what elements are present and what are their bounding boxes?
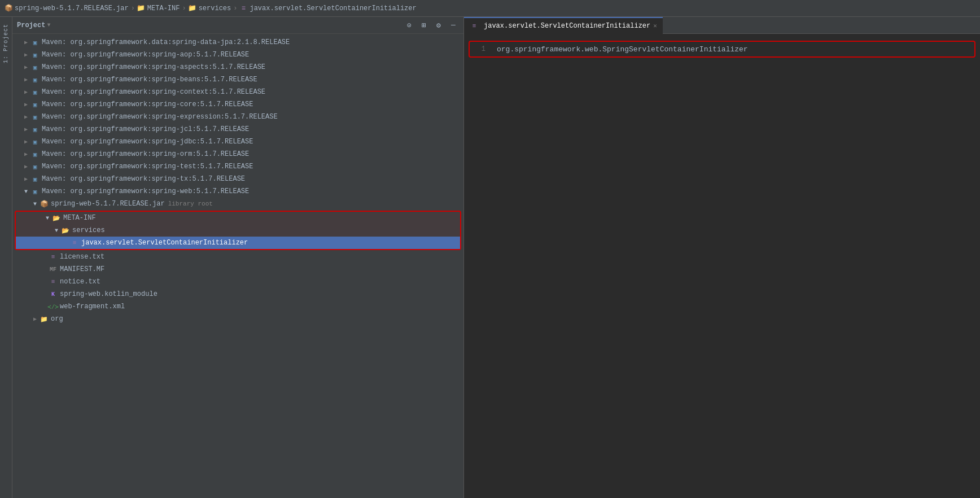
layout-icon[interactable]: ⊞	[418, 20, 430, 31]
tree-node-maven-core[interactable]: ▶ ▣ Maven: org.springframework:spring-co…	[12, 98, 463, 111]
expand-arrow[interactable]: ▶	[21, 126, 30, 133]
tree-node-notice[interactable]: ≡ notice.txt	[12, 276, 463, 288]
tree-node-maven-orm[interactable]: ▶ ▣ Maven: org.springframework:spring-or…	[12, 148, 463, 160]
tree-node-maven-beans[interactable]: ▶ ▣ Maven: org.springframework:spring-be…	[12, 73, 463, 86]
file-icon-initializer: ≡	[239, 5, 247, 12]
module-icon: ▣	[30, 162, 40, 171]
expand-arrow[interactable]: ▶	[21, 39, 30, 46]
tree-node-maven-expression[interactable]: ▶ ▣ Maven: org.springframework:spring-ex…	[12, 111, 463, 123]
tree-node-maven-aspects[interactable]: ▶ ▣ Maven: org.springframework:spring-as…	[12, 61, 463, 73]
folder-icon-meta: 📁	[137, 5, 145, 12]
tree-node-meta-inf[interactable]: ▼ 📂 META-INF	[16, 212, 460, 224]
toolbar-icons: ⊙ ⊞ ⚙ —	[404, 20, 459, 31]
text-file-icon-notice: ≡	[49, 277, 58, 286]
module-icon: ▣	[30, 38, 40, 47]
tree-node-servlet-initializer[interactable]: ≡ javax.servlet.ServletContainerInitiali…	[16, 237, 460, 249]
breadcrumb-bar: 📦 spring-web-5.1.7.RELEASE.jar › 📁 META-…	[0, 0, 980, 17]
breadcrumb-sep-2: ›	[182, 5, 186, 12]
folder-icon-services: 📁	[189, 5, 196, 12]
panel-toolbar: Project ▼ ⊙ ⊞ ⚙ —	[12, 17, 463, 34]
tree-node-services[interactable]: ▼ 📂 services	[16, 224, 460, 237]
breadcrumb-sep-1: ›	[131, 5, 135, 12]
module-icon: ▣	[30, 125, 40, 134]
folder-open-icon-meta: 📂	[52, 213, 61, 222]
expand-arrow-placeholder	[40, 254, 49, 260]
breadcrumb-item-initializer[interactable]: ≡ javax.servlet.ServletContainerInitiali…	[239, 5, 416, 12]
expand-arrow[interactable]: ▶	[21, 64, 30, 71]
scope-icon[interactable]: ⊙	[404, 20, 415, 31]
project-panel: Project ▼ ⊙ ⊞ ⚙ — ▶ ▣ Maven: org.springf…	[12, 17, 464, 498]
breadcrumb-item-services[interactable]: 📁 services	[189, 5, 231, 12]
tree-container[interactable]: ▶ ▣ Maven: org.springframework.data:spri…	[12, 34, 463, 498]
tree-node-manifest[interactable]: MF MANIFEST.MF	[12, 263, 463, 276]
tab-file-icon: ≡	[470, 21, 479, 30]
module-icon: ▣	[30, 88, 40, 97]
code-line-1: 1 org.springframework.web.SpringServletC…	[470, 42, 974, 56]
expand-arrow[interactable]: ▶	[21, 51, 30, 58]
module-icon: ▣	[30, 100, 40, 109]
module-icon: ▣	[30, 174, 40, 184]
panel-title[interactable]: Project ▼	[17, 21, 50, 29]
editor-panel: ≡ javax.servlet.ServletContainerInitiali…	[464, 17, 980, 498]
minimize-icon[interactable]: —	[448, 20, 459, 31]
editor-highlight-box: 1 org.springframework.web.SpringServletC…	[469, 41, 975, 58]
tree-node-maven-web[interactable]: ▼ ▣ Maven: org.springframework:spring-we…	[12, 185, 463, 198]
manifest-icon-mf: MF	[49, 265, 58, 274]
folder-icon-org: 📁	[40, 314, 49, 324]
expand-arrow[interactable]: ▶	[21, 76, 30, 83]
jar-icon-web: 📦	[40, 199, 49, 208]
expand-arrow-jar[interactable]: ▼	[30, 201, 40, 207]
sidebar-strip: 1: Project	[0, 17, 12, 498]
expand-arrow-services[interactable]: ▼	[52, 228, 61, 234]
expand-arrow-placeholder	[40, 267, 49, 273]
editor-content[interactable]: 1 org.springframework.web.SpringServletC…	[464, 34, 980, 498]
main-area: 1: Project Project ▼ ⊙ ⊞ ⚙ — ▶ ▣ Maven:	[0, 17, 980, 498]
sidebar-strip-label[interactable]: 1: Project	[3, 24, 9, 63]
tab-close-button[interactable]: ✕	[653, 22, 657, 29]
module-icon-web: ▣	[30, 187, 40, 196]
tree-node-maven-aop[interactable]: ▶ ▣ Maven: org.springframework:spring-ao…	[12, 49, 463, 61]
expand-arrow[interactable]: ▶	[21, 176, 30, 182]
breadcrumb-item-meta-inf[interactable]: 📁 META-INF	[137, 5, 180, 12]
folder-open-icon-services: 📂	[61, 226, 70, 235]
expand-arrow[interactable]: ▶	[21, 101, 30, 108]
editor-tabs: ≡ javax.servlet.ServletContainerInitiali…	[464, 17, 980, 34]
expand-arrow[interactable]: ▶	[21, 113, 30, 120]
settings-icon[interactable]: ⚙	[433, 20, 444, 31]
expand-arrow-placeholder	[61, 240, 70, 246]
expand-arrow[interactable]: ▶	[21, 89, 30, 95]
breadcrumb-sep-3: ›	[233, 5, 237, 12]
module-icon: ▣	[30, 50, 40, 59]
kotlin-icon: K	[49, 290, 58, 299]
tree-node-kotlin-module[interactable]: K spring-web.kotlin_module	[12, 288, 463, 300]
tree-node-maven-jcl[interactable]: ▶ ▣ Maven: org.springframework:spring-jc…	[12, 123, 463, 136]
breadcrumb-item-jar[interactable]: 📦 spring-web-5.1.7.RELEASE.jar	[5, 5, 129, 12]
expand-arrow-web[interactable]: ▼	[21, 189, 30, 195]
expand-arrow[interactable]: ▶	[21, 163, 30, 170]
expand-arrow[interactable]: ▶	[21, 138, 30, 145]
tree-node-org[interactable]: ▶ 📁 org	[12, 313, 463, 325]
xml-file-icon: ≺/≻	[49, 302, 58, 311]
tree-node-spring-web-jar[interactable]: ▼ 📦 spring-web-5.1.7.RELEASE.jar library…	[12, 198, 463, 210]
expand-arrow-org[interactable]: ▶	[30, 316, 40, 322]
expand-arrow[interactable]: ▶	[21, 151, 30, 158]
editor-tab-initializer[interactable]: ≡ javax.servlet.ServletContainerInitiali…	[464, 17, 663, 33]
module-icon: ▣	[30, 137, 40, 146]
tree-node-web-fragment[interactable]: ≺/≻ web-fragment.xml	[12, 300, 463, 313]
module-icon: ▣	[30, 63, 40, 72]
text-file-icon-license: ≡	[49, 252, 58, 261]
tree-node-maven-jpa[interactable]: ▶ ▣ Maven: org.springframework.data:spri…	[12, 36, 463, 49]
tree-node-maven-jdbc[interactable]: ▶ ▣ Maven: org.springframework:spring-jd…	[12, 136, 463, 148]
text-file-icon-initializer: ≡	[70, 238, 79, 247]
jar-icon: 📦	[5, 5, 12, 12]
module-icon: ▣	[30, 75, 40, 84]
tree-node-maven-context[interactable]: ▶ ▣ Maven: org.springframework:spring-co…	[12, 86, 463, 98]
tree-node-maven-test[interactable]: ▶ ▣ Maven: org.springframework:spring-te…	[12, 160, 463, 173]
tree-node-maven-tx[interactable]: ▶ ▣ Maven: org.springframework:spring-tx…	[12, 173, 463, 185]
expand-arrow-placeholder	[40, 279, 49, 285]
panel-title-arrow: ▼	[47, 22, 50, 28]
highlighted-tree-section: ▼ 📂 META-INF ▼ 📂 services	[15, 211, 461, 250]
module-icon: ▣	[30, 112, 40, 121]
tree-node-license[interactable]: ≡ license.txt	[12, 251, 463, 263]
expand-arrow-meta-inf[interactable]: ▼	[43, 215, 52, 221]
